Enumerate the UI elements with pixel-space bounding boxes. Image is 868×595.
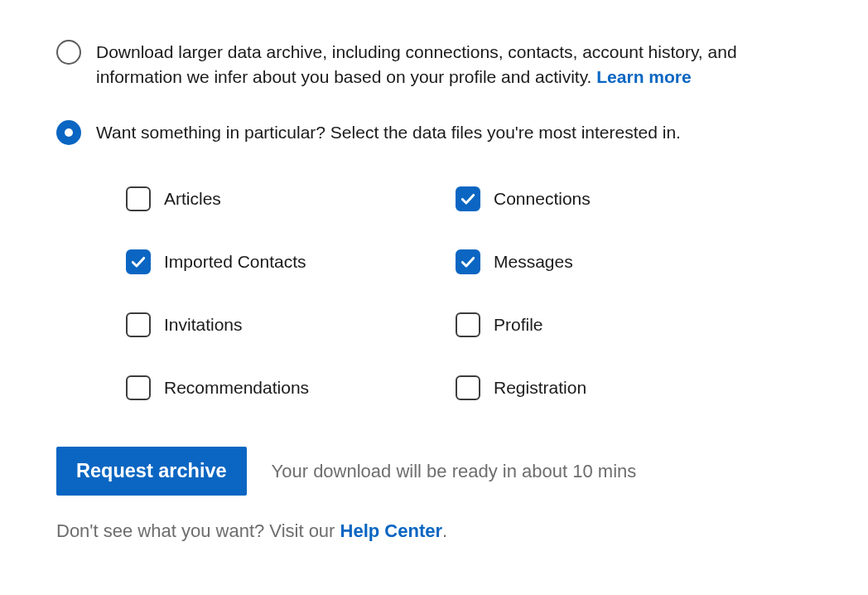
checkbox-grid: ArticlesConnectionsImported ContactsMess…	[56, 186, 752, 400]
action-row: Request archive Your download will be re…	[56, 447, 812, 496]
checkbox-unchecked-icon	[126, 312, 151, 337]
checkbox-messages[interactable]: Messages	[456, 249, 752, 274]
checkbox-checked-icon	[456, 186, 480, 211]
checkbox-label: Invitations	[164, 315, 243, 335]
learn-more-link[interactable]: Learn more	[596, 67, 691, 86]
request-archive-button[interactable]: Request archive	[56, 447, 247, 496]
checkbox-articles[interactable]: Articles	[126, 186, 422, 211]
checkbox-imported-contacts[interactable]: Imported Contacts	[126, 249, 422, 274]
checkbox-label: Messages	[494, 252, 573, 272]
checkbox-connections[interactable]: Connections	[456, 186, 752, 211]
checkbox-label: Registration	[494, 378, 586, 398]
radio-particular[interactable]: Want something in particular? Select the…	[56, 120, 812, 145]
checkbox-label: Profile	[494, 315, 543, 335]
radio-full-archive-label: Download larger data archive, including …	[96, 40, 812, 90]
checkbox-unchecked-icon	[126, 186, 151, 211]
radio-particular-label: Want something in particular? Select the…	[96, 120, 681, 145]
checkbox-label: Articles	[164, 189, 221, 209]
download-ready-text: Your download will be ready in about 10 …	[272, 461, 637, 482]
checkbox-unchecked-icon	[456, 312, 480, 337]
checkbox-label: Recommendations	[164, 378, 309, 398]
checkbox-recommendations[interactable]: Recommendations	[126, 375, 422, 400]
checkbox-unchecked-icon	[456, 375, 480, 400]
checkbox-registration[interactable]: Registration	[456, 375, 752, 400]
checkbox-invitations[interactable]: Invitations	[126, 312, 422, 337]
help-text: Don't see what you want? Visit our Help …	[56, 520, 812, 542]
checkbox-unchecked-icon	[126, 375, 151, 400]
help-prefix: Don't see what you want? Visit our	[56, 520, 340, 541]
help-suffix: .	[442, 520, 447, 541]
help-center-link[interactable]: Help Center	[340, 520, 442, 541]
checkbox-checked-icon	[126, 249, 151, 274]
checkbox-checked-icon	[456, 249, 480, 274]
radio-full-archive[interactable]: Download larger data archive, including …	[56, 40, 812, 90]
radio-icon	[56, 40, 81, 65]
checkbox-label: Connections	[494, 189, 591, 209]
checkbox-label: Imported Contacts	[164, 252, 306, 272]
radio-icon-selected	[56, 120, 81, 145]
checkbox-profile[interactable]: Profile	[456, 312, 752, 337]
